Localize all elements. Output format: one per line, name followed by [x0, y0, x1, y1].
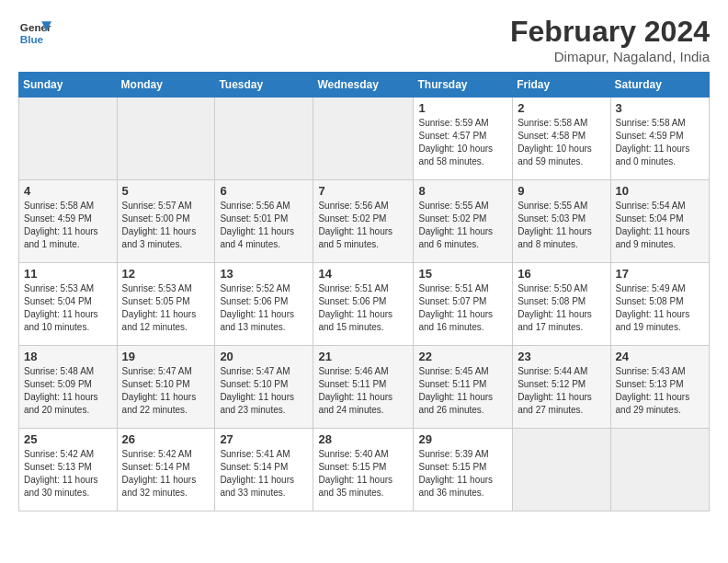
- table-row: 22Sunrise: 5:45 AM Sunset: 5:11 PM Dayli…: [414, 346, 513, 429]
- header-tuesday: Tuesday: [215, 73, 313, 98]
- day-number: 24: [616, 350, 704, 363]
- table-row: 9Sunrise: 5:55 AM Sunset: 5:03 PM Daylig…: [513, 180, 610, 263]
- table-row: 1Sunrise: 5:59 AM Sunset: 4:57 PM Daylig…: [414, 98, 513, 180]
- day-number: 22: [418, 350, 507, 363]
- day-number: 27: [220, 432, 308, 446]
- table-row: 13Sunrise: 5:52 AM Sunset: 5:06 PM Dayli…: [215, 263, 313, 346]
- day-number: 28: [318, 432, 408, 446]
- table-row: 21Sunrise: 5:46 AM Sunset: 5:11 PM Dayli…: [313, 346, 414, 429]
- day-number: 6: [220, 184, 308, 198]
- week-row-3: 11Sunrise: 5:53 AM Sunset: 5:04 PM Dayli…: [19, 263, 710, 346]
- header-saturday: Saturday: [610, 73, 709, 98]
- table-row: 4Sunrise: 5:58 AM Sunset: 4:59 PM Daylig…: [19, 180, 118, 263]
- table-row: [610, 429, 709, 511]
- day-number: 12: [122, 267, 210, 281]
- day-number: 5: [122, 184, 210, 198]
- day-info: Sunrise: 5:51 AM Sunset: 5:07 PM Dayligh…: [418, 282, 507, 334]
- day-info: Sunrise: 5:44 AM Sunset: 5:12 PM Dayligh…: [518, 365, 605, 417]
- table-row: [215, 98, 313, 180]
- page-header: General Blue February 2024 Dimapur, Naga…: [18, 15, 710, 64]
- table-row: 3Sunrise: 5:58 AM Sunset: 4:59 PM Daylig…: [610, 98, 709, 180]
- table-row: [313, 98, 414, 180]
- header-wednesday: Wednesday: [313, 73, 414, 98]
- day-number: 7: [318, 184, 408, 198]
- week-row-4: 18Sunrise: 5:48 AM Sunset: 5:09 PM Dayli…: [19, 346, 710, 429]
- day-number: 10: [616, 184, 704, 198]
- day-number: 25: [24, 432, 112, 446]
- day-info: Sunrise: 5:58 AM Sunset: 4:58 PM Dayligh…: [518, 117, 605, 168]
- day-info: Sunrise: 5:59 AM Sunset: 4:57 PM Dayligh…: [418, 117, 507, 168]
- day-info: Sunrise: 5:48 AM Sunset: 5:09 PM Dayligh…: [24, 365, 112, 417]
- day-number: 18: [24, 350, 112, 363]
- table-row: [19, 98, 118, 180]
- week-row-5: 25Sunrise: 5:42 AM Sunset: 5:13 PM Dayli…: [19, 429, 710, 511]
- day-number: 15: [418, 267, 507, 281]
- svg-text:Blue: Blue: [20, 33, 44, 45]
- day-info: Sunrise: 5:42 AM Sunset: 5:14 PM Dayligh…: [122, 448, 210, 500]
- header-monday: Monday: [117, 73, 215, 98]
- header-thursday: Thursday: [414, 73, 513, 98]
- day-info: Sunrise: 5:39 AM Sunset: 5:15 PM Dayligh…: [418, 448, 507, 500]
- table-row: 5Sunrise: 5:57 AM Sunset: 5:00 PM Daylig…: [117, 180, 215, 263]
- table-row: 16Sunrise: 5:50 AM Sunset: 5:08 PM Dayli…: [513, 263, 610, 346]
- day-info: Sunrise: 5:58 AM Sunset: 4:59 PM Dayligh…: [24, 200, 112, 251]
- day-number: 19: [122, 350, 210, 363]
- day-info: Sunrise: 5:55 AM Sunset: 5:02 PM Dayligh…: [418, 200, 507, 251]
- table-row: 23Sunrise: 5:44 AM Sunset: 5:12 PM Dayli…: [513, 346, 610, 429]
- table-row: 19Sunrise: 5:47 AM Sunset: 5:10 PM Dayli…: [117, 346, 215, 429]
- day-number: 23: [518, 350, 605, 363]
- day-info: Sunrise: 5:42 AM Sunset: 5:13 PM Dayligh…: [24, 448, 112, 500]
- logo: General Blue: [18, 15, 51, 48]
- table-row: 24Sunrise: 5:43 AM Sunset: 5:13 PM Dayli…: [610, 346, 709, 429]
- day-info: Sunrise: 5:49 AM Sunset: 5:08 PM Dayligh…: [616, 282, 704, 334]
- day-info: Sunrise: 5:57 AM Sunset: 5:00 PM Dayligh…: [122, 200, 210, 251]
- day-info: Sunrise: 5:47 AM Sunset: 5:10 PM Dayligh…: [122, 365, 210, 417]
- day-number: 26: [122, 432, 210, 446]
- logo-icon: General Blue: [18, 15, 51, 48]
- day-number: 9: [518, 184, 605, 198]
- table-row: 12Sunrise: 5:53 AM Sunset: 5:05 PM Dayli…: [117, 263, 215, 346]
- day-info: Sunrise: 5:40 AM Sunset: 5:15 PM Dayligh…: [318, 448, 408, 500]
- day-number: 20: [220, 350, 308, 363]
- table-row: 26Sunrise: 5:42 AM Sunset: 5:14 PM Dayli…: [117, 429, 215, 511]
- day-info: Sunrise: 5:45 AM Sunset: 5:11 PM Dayligh…: [418, 365, 507, 417]
- day-number: 11: [24, 267, 112, 281]
- day-number: 4: [24, 184, 112, 198]
- table-row: 2Sunrise: 5:58 AM Sunset: 4:58 PM Daylig…: [513, 98, 610, 180]
- calendar-table: Sunday Monday Tuesday Wednesday Thursday…: [18, 72, 710, 511]
- title-block: February 2024 Dimapur, Nagaland, India: [510, 15, 710, 64]
- table-row: 14Sunrise: 5:51 AM Sunset: 5:06 PM Dayli…: [313, 263, 414, 346]
- day-info: Sunrise: 5:56 AM Sunset: 5:01 PM Dayligh…: [220, 200, 308, 251]
- day-number: 2: [518, 101, 605, 115]
- day-info: Sunrise: 5:58 AM Sunset: 4:59 PM Dayligh…: [616, 117, 704, 168]
- day-info: Sunrise: 5:50 AM Sunset: 5:08 PM Dayligh…: [518, 282, 605, 334]
- table-row: 7Sunrise: 5:56 AM Sunset: 5:02 PM Daylig…: [313, 180, 414, 263]
- table-row: 11Sunrise: 5:53 AM Sunset: 5:04 PM Dayli…: [19, 263, 118, 346]
- day-info: Sunrise: 5:51 AM Sunset: 5:06 PM Dayligh…: [318, 282, 408, 334]
- day-info: Sunrise: 5:55 AM Sunset: 5:03 PM Dayligh…: [518, 200, 605, 251]
- table-row: 25Sunrise: 5:42 AM Sunset: 5:13 PM Dayli…: [19, 429, 118, 511]
- day-info: Sunrise: 5:52 AM Sunset: 5:06 PM Dayligh…: [220, 282, 308, 334]
- day-number: 21: [318, 350, 408, 363]
- table-row: 18Sunrise: 5:48 AM Sunset: 5:09 PM Dayli…: [19, 346, 118, 429]
- table-row: 28Sunrise: 5:40 AM Sunset: 5:15 PM Dayli…: [313, 429, 414, 511]
- table-row: 6Sunrise: 5:56 AM Sunset: 5:01 PM Daylig…: [215, 180, 313, 263]
- day-number: 17: [616, 267, 704, 281]
- day-info: Sunrise: 5:53 AM Sunset: 5:05 PM Dayligh…: [122, 282, 210, 334]
- header-friday: Friday: [513, 73, 610, 98]
- day-info: Sunrise: 5:56 AM Sunset: 5:02 PM Dayligh…: [318, 200, 408, 251]
- table-row: [513, 429, 610, 511]
- day-info: Sunrise: 5:47 AM Sunset: 5:10 PM Dayligh…: [220, 365, 308, 417]
- day-number: 29: [418, 432, 507, 446]
- page-title: February 2024: [510, 15, 710, 49]
- table-row: 29Sunrise: 5:39 AM Sunset: 5:15 PM Dayli…: [414, 429, 513, 511]
- week-row-2: 4Sunrise: 5:58 AM Sunset: 4:59 PM Daylig…: [19, 180, 710, 263]
- week-row-1: 1Sunrise: 5:59 AM Sunset: 4:57 PM Daylig…: [19, 98, 710, 180]
- table-row: 17Sunrise: 5:49 AM Sunset: 5:08 PM Dayli…: [610, 263, 709, 346]
- day-number: 13: [220, 267, 308, 281]
- day-info: Sunrise: 5:46 AM Sunset: 5:11 PM Dayligh…: [318, 365, 408, 417]
- day-info: Sunrise: 5:43 AM Sunset: 5:13 PM Dayligh…: [616, 365, 704, 417]
- day-info: Sunrise: 5:53 AM Sunset: 5:04 PM Dayligh…: [24, 282, 112, 334]
- day-number: 16: [518, 267, 605, 281]
- table-row: 20Sunrise: 5:47 AM Sunset: 5:10 PM Dayli…: [215, 346, 313, 429]
